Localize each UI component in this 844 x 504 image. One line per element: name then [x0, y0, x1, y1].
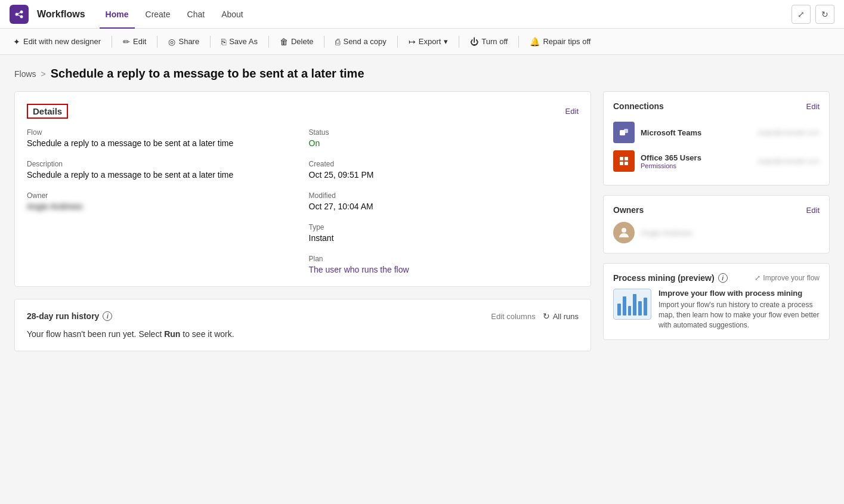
- send-copy-button[interactable]: ⎙ Send a copy: [329, 35, 392, 49]
- toolbar-separator-4: [268, 36, 269, 48]
- nav-icon-group: ⤢ ↻: [792, 5, 834, 24]
- toolbar-separator-5: [324, 36, 324, 48]
- turn-off-icon: ⏻: [470, 37, 478, 47]
- teams-connection-info: Microsoft Teams: [641, 128, 752, 137]
- type-label: Type: [309, 223, 579, 231]
- edit-new-designer-button[interactable]: ✦ Edit with new designer: [7, 35, 107, 49]
- office365-connection-info: Office 365 Users Permissions: [641, 153, 752, 169]
- svg-rect-10: [625, 162, 628, 165]
- owners-card: Owners Edit Angie Andrews: [603, 195, 830, 253]
- svg-point-11: [622, 228, 626, 233]
- export-icon: ↦: [409, 37, 416, 47]
- connections-edit-button[interactable]: Edit: [806, 102, 820, 111]
- repair-tips-button[interactable]: 🔔 Repair tips off: [524, 35, 596, 49]
- export-button[interactable]: ↦ Export ▾: [403, 35, 455, 49]
- owners-header: Owners Edit: [613, 205, 820, 215]
- modified-label: Modified: [309, 191, 579, 200]
- process-mining-card: Process mining (preview) i ⤢ Improve you…: [603, 263, 830, 340]
- nav-about[interactable]: About: [215, 0, 249, 29]
- improve-flow-icon: ⤢: [755, 274, 760, 282]
- refresh-icon[interactable]: ↻: [815, 5, 834, 24]
- owner-item: Angie Andrews: [613, 222, 820, 243]
- description-label: Description: [27, 160, 297, 168]
- pm-title-row: Process mining (preview) i: [613, 273, 728, 283]
- connection-teams: Microsoft Teams angie@example.com: [613, 118, 820, 147]
- app-logo: [10, 5, 29, 24]
- pm-bar-6: [644, 298, 647, 316]
- process-mining-body: Improve your flow with process mining Im…: [613, 289, 820, 330]
- svg-rect-9: [620, 162, 623, 165]
- details-edit-button[interactable]: Edit: [565, 107, 579, 116]
- app-title: Workflows: [37, 9, 85, 20]
- edit-columns-button[interactable]: Edit columns: [491, 312, 535, 321]
- detail-placeholder-2: [27, 255, 297, 274]
- delete-button[interactable]: 🗑 Delete: [274, 35, 320, 49]
- breadcrumb: Flows > Schedule a reply to a message to…: [14, 67, 830, 81]
- detail-status: Status On: [309, 128, 579, 148]
- edit-new-designer-icon: ✦: [13, 37, 20, 47]
- details-card: Details Edit Flow Schedule a reply to a …: [14, 91, 591, 287]
- process-mining-title: Process mining (preview): [613, 273, 715, 283]
- toolbar: ✦ Edit with new designer ✏ Edit ◎ Share …: [0, 29, 844, 55]
- office365-permissions[interactable]: Permissions: [641, 162, 752, 169]
- owner-name: Angie Andrews: [641, 228, 692, 237]
- detail-placeholder: [27, 223, 297, 243]
- details-grid: Flow Schedule a reply to a message to be…: [27, 128, 579, 274]
- run-history-card: 28-day run history i Edit columns ↻ All …: [14, 299, 591, 351]
- edit-icon: ✏: [123, 37, 130, 47]
- description-value: Schedule a reply to a message to be sent…: [27, 170, 297, 180]
- all-runs-button[interactable]: ↻ All runs: [543, 311, 579, 321]
- run-history-empty: Your flow hasn't been run yet. Select Ru…: [27, 329, 579, 339]
- process-mining-text: Improve your flow with process mining Im…: [658, 289, 820, 330]
- owner-label: Owner: [27, 191, 297, 200]
- run-history-info-icon[interactable]: i: [103, 311, 112, 321]
- process-mining-chart: [613, 289, 651, 320]
- process-mining-header: Process mining (preview) i ⤢ Improve you…: [613, 273, 820, 283]
- connection-office365: Office 365 Users Permissions angie@examp…: [613, 147, 820, 175]
- left-column: Details Edit Flow Schedule a reply to a …: [14, 91, 591, 351]
- share-button[interactable]: ◎ Share: [162, 35, 205, 49]
- status-label: Status: [309, 128, 579, 137]
- svg-rect-6: [624, 129, 628, 133]
- detail-modified: Modified Oct 27, 10:04 AM: [309, 191, 579, 211]
- page-content: Flows > Schedule a reply to a message to…: [0, 55, 844, 363]
- nav-chat[interactable]: Chat: [181, 0, 211, 29]
- svg-rect-7: [620, 157, 623, 160]
- main-grid: Details Edit Flow Schedule a reply to a …: [14, 91, 830, 351]
- run-history-title-group: 28-day run history i: [27, 311, 112, 321]
- process-mining-info-icon[interactable]: i: [718, 273, 728, 283]
- created-value: Oct 25, 09:51 PM: [309, 170, 579, 180]
- run-history-actions: Edit columns ↻ All runs: [491, 311, 579, 321]
- flow-value: Schedule a reply to a message to be sent…: [27, 138, 297, 148]
- toolbar-separator-7: [459, 36, 459, 48]
- status-value: On: [309, 138, 579, 148]
- detail-description: Description Schedule a reply to a messag…: [27, 160, 297, 180]
- type-value: Instant: [309, 233, 579, 243]
- breadcrumb-parent[interactable]: Flows: [14, 69, 36, 79]
- owners-edit-button[interactable]: Edit: [806, 206, 820, 215]
- turn-off-button[interactable]: ⏻ Turn off: [464, 35, 514, 49]
- run-history-label: 28-day run history: [27, 311, 99, 321]
- nav-create[interactable]: Create: [140, 0, 177, 29]
- save-as-button[interactable]: ⎘ Save As: [215, 35, 264, 49]
- improve-flow-button[interactable]: ⤢ Improve your flow: [755, 274, 820, 282]
- owner-avatar: [613, 222, 635, 243]
- office365-icon: [613, 150, 635, 172]
- pm-bar-2: [623, 296, 626, 316]
- plan-label: Plan: [309, 255, 579, 263]
- toolbar-separator-6: [397, 36, 398, 48]
- created-label: Created: [309, 160, 579, 168]
- pm-bar-5: [638, 301, 642, 316]
- modified-value: Oct 27, 10:04 AM: [309, 202, 579, 211]
- nav-home[interactable]: Home: [100, 0, 135, 29]
- detail-flow: Flow Schedule a reply to a message to be…: [27, 128, 297, 148]
- teams-name: Microsoft Teams: [641, 128, 752, 137]
- top-navigation: Workflows Home Create Chat About ⤢ ↻: [0, 0, 844, 29]
- teams-email: angie@example.com: [758, 129, 820, 136]
- expand-icon[interactable]: ⤢: [792, 5, 811, 24]
- plan-value: The user who runs the flow: [309, 265, 579, 274]
- repair-tips-icon: 🔔: [530, 37, 540, 47]
- share-icon: ◎: [168, 37, 175, 47]
- edit-button[interactable]: ✏ Edit: [117, 35, 152, 49]
- toolbar-separator-8: [518, 36, 519, 48]
